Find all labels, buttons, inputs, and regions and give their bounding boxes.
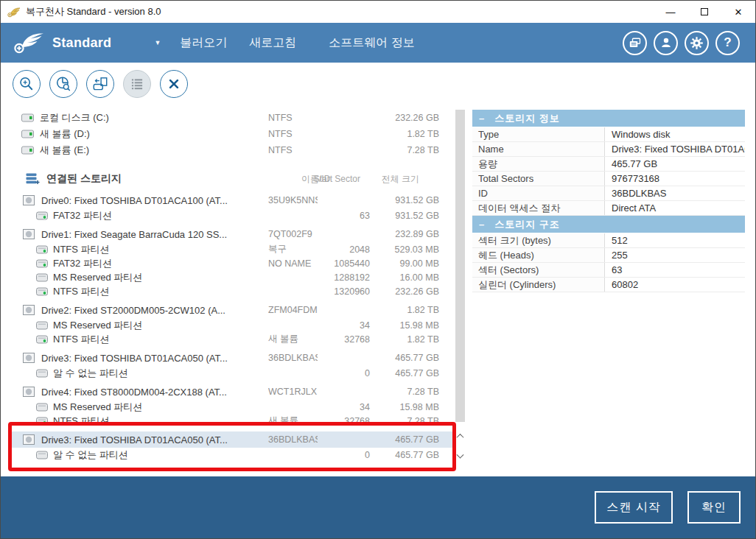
export-image-icon[interactable] [86, 70, 114, 98]
partition-row[interactable]: NTFS 파티션 새 볼륨 32768 7.28 TB [8, 414, 455, 428]
scrollbar-thumb[interactable] [455, 110, 465, 422]
mounted-led [43, 291, 46, 295]
info-row: ID 36BDLKBAS [472, 186, 745, 201]
settings-icon[interactable] [685, 31, 709, 55]
info-row: Name Drive3: Fixed TOSHIBA DT01ACA050 [472, 142, 745, 157]
partition-size: 7.28 TB [370, 416, 439, 426]
info-value: 60802 [605, 279, 745, 290]
info-value: Drive3: Fixed TOSHIBA DT01ACA050 [605, 144, 745, 155]
partition-row[interactable]: NTFS 파티션 복구 2048 529.03 MB [8, 242, 455, 256]
info-section-header[interactable]: – 스토리지 정보 [472, 110, 745, 127]
brand-wing-logo [13, 30, 46, 55]
partition-row[interactable]: FAT32 파티션 NO NAME 1085440 99.00 MB [8, 256, 455, 270]
title-bar: 복구천사 Standard - version 8.0 — ✕ [1, 1, 755, 23]
info-value: 63 [605, 264, 745, 275]
partition-row[interactable]: NTFS 파티션 1320960 232.26 GB [8, 284, 455, 298]
drive-row[interactable]: Drive4: Fixed ST8000DM004-2CX188 (AT... … [8, 384, 455, 400]
start-scan-button[interactable]: 스캔 시작 [595, 491, 673, 524]
info-value: Direct ATA [605, 202, 745, 214]
volume-row[interactable]: 로컬 디스크 (C:) NTFS 232.26 GB [8, 110, 455, 126]
partition-name: MS Reserved 파티션 [53, 401, 142, 414]
partition-icon [36, 403, 48, 412]
user-icon[interactable] [654, 31, 678, 55]
ok-button[interactable]: 확인 [687, 491, 741, 524]
volume-drive-icon [21, 146, 34, 155]
partition-label: 복구 [268, 243, 318, 256]
drive-id: 36BDLKBAS [268, 353, 318, 363]
partition-name: 알 수 없는 파티션 [53, 448, 128, 462]
partition-row[interactable]: NTFS 파티션 새 볼륨 32768 1.82 TB [8, 332, 455, 346]
info-row: 섹터 크기 (bytes) 512 [472, 233, 745, 248]
partition-start-sector: 32768 [318, 334, 370, 345]
messages-icon[interactable] [623, 31, 647, 55]
drive-name: Drive3: Fixed TOSHIBA DT01ACA050 (AT... [41, 434, 228, 445]
info-value: 465.77 GB [605, 158, 745, 169]
partition-row[interactable]: FAT32 파티션 63 931.52 GB [8, 208, 455, 222]
partition-row[interactable]: MS Reserved 파티션 34 15.98 MB [8, 318, 455, 332]
partition-label: NO NAME [268, 258, 318, 269]
column-total-size: 전체 크기 [382, 173, 419, 186]
partition-name: NTFS 파티션 [53, 243, 110, 256]
x-glyph [165, 75, 183, 93]
disk-icon [23, 387, 35, 397]
info-value: 976773168 [605, 173, 745, 184]
partition-start-sector: 1085440 [318, 258, 370, 269]
menu-item-refresh[interactable]: 새로고침 [249, 31, 296, 55]
drive-row[interactable]: Drive0: Fixed TOSHIBA DT01ACA100 (AT... … [8, 192, 455, 208]
volume-row[interactable]: 새 볼륨 (D:) NTFS 1.82 TB [8, 126, 455, 142]
mounted-led [43, 339, 46, 342]
vertical-scrollbar [455, 110, 466, 472]
partition-row[interactable]: 알 수 없는 파티션 0 465.77 GB [8, 448, 455, 462]
drive-name: Drive4: Fixed ST8000DM004-2CX188 (AT... [41, 387, 227, 398]
minimize-button[interactable]: — [654, 1, 687, 23]
partition-row[interactable]: MS Reserved 파티션 34 15.98 MB [8, 400, 455, 414]
close-icon[interactable] [160, 70, 188, 98]
partition-label: 새 볼륨 [268, 333, 318, 345]
user-glyph [659, 36, 673, 49]
volume-size: 7.28 TB [370, 145, 439, 155]
mounted-led [43, 420, 46, 424]
scroll-up-button[interactable] [455, 428, 466, 444]
partition-icon [36, 273, 48, 282]
partition-size: 16.00 MB [370, 272, 439, 283]
partition-size: 931.52 GB [370, 211, 439, 221]
drive-row[interactable]: Drive3: Fixed TOSHIBA DT01ACA050 (AT... … [8, 431, 455, 448]
partition-icon [36, 287, 48, 296]
info-label: 섹터 크기 (bytes) [472, 233, 605, 247]
drive-row[interactable]: Drive2: Fixed ST2000DM005-2CW102 (A... Z… [8, 302, 455, 318]
drive-id: 35U9K5NNS [268, 195, 318, 205]
edition-dropdown-caret[interactable]: ▼ [154, 39, 161, 46]
scroll-down-button[interactable] [455, 448, 466, 465]
maximize-button[interactable] [687, 1, 721, 23]
search-icon[interactable] [13, 70, 41, 98]
collapse-icon[interactable]: – [479, 113, 484, 124]
help-icon[interactable]: ? [715, 31, 740, 55]
info-label: 헤드 (Heads) [472, 248, 605, 262]
app-wing-icon [7, 7, 21, 18]
partition-row[interactable]: MS Reserved 파티션 1288192 16.00 MB [8, 270, 455, 284]
drive-id: ZFM04FDM [268, 305, 318, 315]
info-label: Type [472, 127, 605, 141]
mounted-led [43, 249, 46, 253]
connected-storage-label: 연결된 스토리지 [46, 172, 122, 186]
volume-row[interactable]: 새 볼륨 (E:) NTFS 7.28 TB [8, 142, 455, 158]
collapse-icon[interactable]: – [479, 219, 484, 230]
partition-size: 1.82 TB [370, 334, 439, 345]
info-section-header[interactable]: – 스토리지 구조 [472, 216, 745, 233]
drive-row[interactable]: Drive3: Fixed TOSHIBA DT01ACA050 (AT... … [8, 350, 455, 366]
info-row: Total Sectors 976773168 [472, 172, 745, 186]
list-view-icon[interactable] [123, 70, 151, 98]
partition-icon [36, 451, 48, 459]
close-button[interactable]: ✕ [721, 1, 755, 23]
partition-start-sector: 63 [318, 211, 370, 221]
info-value: Windows disk [605, 129, 745, 140]
partition-size: 465.77 GB [370, 368, 439, 378]
menu-item-software-info[interactable]: 소프트웨어 정보 [329, 31, 414, 55]
pie-analysis-icon[interactable] [49, 70, 77, 98]
partition-name: NTFS 파티션 [53, 333, 110, 346]
menu-item-load[interactable]: 불러오기 [180, 31, 227, 55]
partition-row[interactable]: 알 수 없는 파티션 0 465.77 GB [8, 366, 455, 380]
drive-row[interactable]: Drive1: Fixed Seagate BarraCuda 120 SS..… [8, 226, 455, 242]
edition-label[interactable]: Standard [52, 35, 111, 51]
partition-start-sector: 2048 [318, 244, 370, 255]
